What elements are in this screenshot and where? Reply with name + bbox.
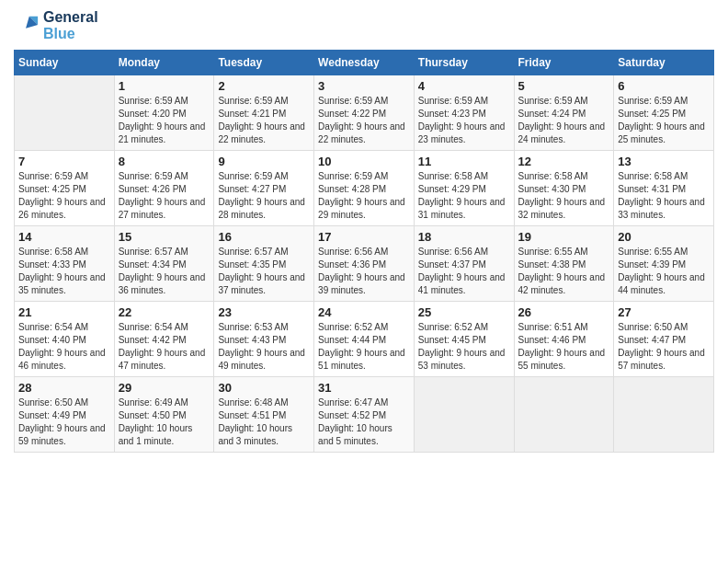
week-row-0: 1Sunrise: 6:59 AMSunset: 4:20 PMDaylight… xyxy=(15,75,714,151)
day-info: Sunrise: 6:59 AMSunset: 4:28 PMDaylight:… xyxy=(318,170,410,222)
week-row-4: 28Sunrise: 6:50 AMSunset: 4:49 PMDayligh… xyxy=(15,377,714,453)
header-thursday: Thursday xyxy=(414,51,514,75)
calendar-cell: 6Sunrise: 6:59 AMSunset: 4:25 PMDaylight… xyxy=(614,75,714,151)
calendar-cell: 21Sunrise: 6:54 AMSunset: 4:40 PMDayligh… xyxy=(15,302,115,377)
day-number: 9 xyxy=(218,155,310,168)
calendar-cell: 27Sunrise: 6:50 AMSunset: 4:47 PMDayligh… xyxy=(614,302,714,377)
day-info: Sunrise: 6:59 AMSunset: 4:25 PMDaylight:… xyxy=(18,170,110,222)
day-number: 31 xyxy=(318,381,410,395)
day-number: 17 xyxy=(318,230,410,244)
day-info: Sunrise: 6:55 AMSunset: 4:38 PMDaylight:… xyxy=(518,246,610,297)
calendar-cell: 9Sunrise: 6:59 AMSunset: 4:27 PMDaylight… xyxy=(214,151,314,226)
logo: General Blue xyxy=(14,9,98,42)
calendar-cell xyxy=(514,377,614,453)
calendar-cell: 20Sunrise: 6:55 AMSunset: 4:39 PMDayligh… xyxy=(614,226,714,302)
calendar-cell: 25Sunrise: 6:52 AMSunset: 4:45 PMDayligh… xyxy=(414,302,514,377)
header-friday: Friday xyxy=(514,51,614,75)
day-info: Sunrise: 6:50 AMSunset: 4:47 PMDaylight:… xyxy=(618,321,710,373)
calendar-header-row: SundayMondayTuesdayWednesdayThursdayFrid… xyxy=(15,51,714,75)
calendar-cell: 29Sunrise: 6:49 AMSunset: 4:50 PMDayligh… xyxy=(114,377,214,453)
calendar-cell: 11Sunrise: 6:58 AMSunset: 4:29 PMDayligh… xyxy=(414,151,514,226)
day-number: 19 xyxy=(518,230,610,244)
day-number: 24 xyxy=(318,305,410,319)
day-info: Sunrise: 6:59 AMSunset: 4:27 PMDaylight:… xyxy=(218,170,310,222)
day-info: Sunrise: 6:59 AMSunset: 4:26 PMDaylight:… xyxy=(119,170,210,222)
calendar-cell xyxy=(414,377,514,453)
day-info: Sunrise: 6:58 AMSunset: 4:33 PMDaylight:… xyxy=(18,246,110,297)
day-info: Sunrise: 6:56 AMSunset: 4:36 PMDaylight:… xyxy=(318,246,410,297)
calendar-cell: 31Sunrise: 6:47 AMSunset: 4:52 PMDayligh… xyxy=(314,377,415,453)
day-info: Sunrise: 6:48 AMSunset: 4:51 PMDaylight:… xyxy=(218,396,310,448)
calendar-cell: 15Sunrise: 6:57 AMSunset: 4:34 PMDayligh… xyxy=(114,226,214,302)
header-sunday: Sunday xyxy=(15,51,115,75)
calendar-cell: 17Sunrise: 6:56 AMSunset: 4:36 PMDayligh… xyxy=(314,226,415,302)
day-info: Sunrise: 6:59 AMSunset: 4:21 PMDaylight:… xyxy=(218,95,310,146)
day-info: Sunrise: 6:58 AMSunset: 4:31 PMDaylight:… xyxy=(618,170,710,222)
logo-text: General Blue xyxy=(43,9,98,42)
calendar-cell xyxy=(614,377,714,453)
calendar-cell xyxy=(15,75,115,151)
calendar-cell: 5Sunrise: 6:59 AMSunset: 4:24 PMDaylight… xyxy=(514,75,614,151)
day-info: Sunrise: 6:50 AMSunset: 4:49 PMDaylight:… xyxy=(18,396,110,448)
day-number: 11 xyxy=(418,155,510,168)
day-info: Sunrise: 6:51 AMSunset: 4:46 PMDaylight:… xyxy=(518,321,610,373)
calendar-cell: 30Sunrise: 6:48 AMSunset: 4:51 PMDayligh… xyxy=(214,377,314,453)
day-number: 7 xyxy=(18,155,110,168)
day-number: 26 xyxy=(518,305,610,319)
calendar-cell: 24Sunrise: 6:52 AMSunset: 4:44 PMDayligh… xyxy=(314,302,415,377)
day-info: Sunrise: 6:55 AMSunset: 4:39 PMDaylight:… xyxy=(618,246,710,297)
logo-icon xyxy=(14,13,40,39)
header: General Blue xyxy=(14,9,714,42)
calendar-cell: 28Sunrise: 6:50 AMSunset: 4:49 PMDayligh… xyxy=(15,377,115,453)
day-info: Sunrise: 6:58 AMSunset: 4:29 PMDaylight:… xyxy=(418,170,510,222)
week-row-2: 14Sunrise: 6:58 AMSunset: 4:33 PMDayligh… xyxy=(15,226,714,302)
header-wednesday: Wednesday xyxy=(314,51,415,75)
day-number: 4 xyxy=(418,79,510,93)
calendar-cell: 4Sunrise: 6:59 AMSunset: 4:23 PMDaylight… xyxy=(414,75,514,151)
day-number: 21 xyxy=(18,305,110,319)
day-info: Sunrise: 6:47 AMSunset: 4:52 PMDaylight:… xyxy=(318,396,410,448)
calendar-cell: 14Sunrise: 6:58 AMSunset: 4:33 PMDayligh… xyxy=(15,226,115,302)
header-monday: Monday xyxy=(114,51,214,75)
week-row-1: 7Sunrise: 6:59 AMSunset: 4:25 PMDaylight… xyxy=(15,151,714,226)
day-info: Sunrise: 6:52 AMSunset: 4:45 PMDaylight:… xyxy=(418,321,510,373)
calendar-cell: 19Sunrise: 6:55 AMSunset: 4:38 PMDayligh… xyxy=(514,226,614,302)
day-info: Sunrise: 6:59 AMSunset: 4:24 PMDaylight:… xyxy=(518,95,610,146)
day-info: Sunrise: 6:57 AMSunset: 4:34 PMDaylight:… xyxy=(119,246,210,297)
day-number: 30 xyxy=(218,381,310,395)
calendar-cell: 22Sunrise: 6:54 AMSunset: 4:42 PMDayligh… xyxy=(114,302,214,377)
calendar-cell: 18Sunrise: 6:56 AMSunset: 4:37 PMDayligh… xyxy=(414,226,514,302)
day-number: 20 xyxy=(618,230,710,244)
calendar-cell: 10Sunrise: 6:59 AMSunset: 4:28 PMDayligh… xyxy=(314,151,415,226)
day-info: Sunrise: 6:57 AMSunset: 4:35 PMDaylight:… xyxy=(218,246,310,297)
page-container: General Blue SundayMondayTuesdayWednesda… xyxy=(0,0,728,462)
day-number: 25 xyxy=(418,305,510,319)
header-saturday: Saturday xyxy=(614,51,714,75)
day-info: Sunrise: 6:52 AMSunset: 4:44 PMDaylight:… xyxy=(318,321,410,373)
day-info: Sunrise: 6:59 AMSunset: 4:20 PMDaylight:… xyxy=(119,95,210,146)
calendar-table: SundayMondayTuesdayWednesdayThursdayFrid… xyxy=(14,50,714,453)
day-info: Sunrise: 6:58 AMSunset: 4:30 PMDaylight:… xyxy=(518,170,610,222)
day-info: Sunrise: 6:53 AMSunset: 4:43 PMDaylight:… xyxy=(218,321,310,373)
day-number: 22 xyxy=(119,305,210,319)
day-number: 12 xyxy=(518,155,610,168)
week-row-3: 21Sunrise: 6:54 AMSunset: 4:40 PMDayligh… xyxy=(15,302,714,377)
day-info: Sunrise: 6:59 AMSunset: 4:22 PMDaylight:… xyxy=(318,95,410,146)
calendar-cell: 1Sunrise: 6:59 AMSunset: 4:20 PMDaylight… xyxy=(114,75,214,151)
day-number: 23 xyxy=(218,305,310,319)
day-number: 13 xyxy=(618,155,710,168)
day-info: Sunrise: 6:54 AMSunset: 4:42 PMDaylight:… xyxy=(119,321,210,373)
day-number: 27 xyxy=(618,305,710,319)
day-info: Sunrise: 6:59 AMSunset: 4:23 PMDaylight:… xyxy=(418,95,510,146)
calendar-cell: 16Sunrise: 6:57 AMSunset: 4:35 PMDayligh… xyxy=(214,226,314,302)
calendar-cell: 7Sunrise: 6:59 AMSunset: 4:25 PMDaylight… xyxy=(15,151,115,226)
calendar-cell: 26Sunrise: 6:51 AMSunset: 4:46 PMDayligh… xyxy=(514,302,614,377)
day-number: 29 xyxy=(119,381,210,395)
day-info: Sunrise: 6:49 AMSunset: 4:50 PMDaylight:… xyxy=(119,396,210,448)
day-number: 28 xyxy=(18,381,110,395)
calendar-cell: 8Sunrise: 6:59 AMSunset: 4:26 PMDaylight… xyxy=(114,151,214,226)
header-tuesday: Tuesday xyxy=(214,51,314,75)
day-info: Sunrise: 6:54 AMSunset: 4:40 PMDaylight:… xyxy=(18,321,110,373)
day-info: Sunrise: 6:59 AMSunset: 4:25 PMDaylight:… xyxy=(618,95,710,146)
day-number: 1 xyxy=(119,79,210,93)
